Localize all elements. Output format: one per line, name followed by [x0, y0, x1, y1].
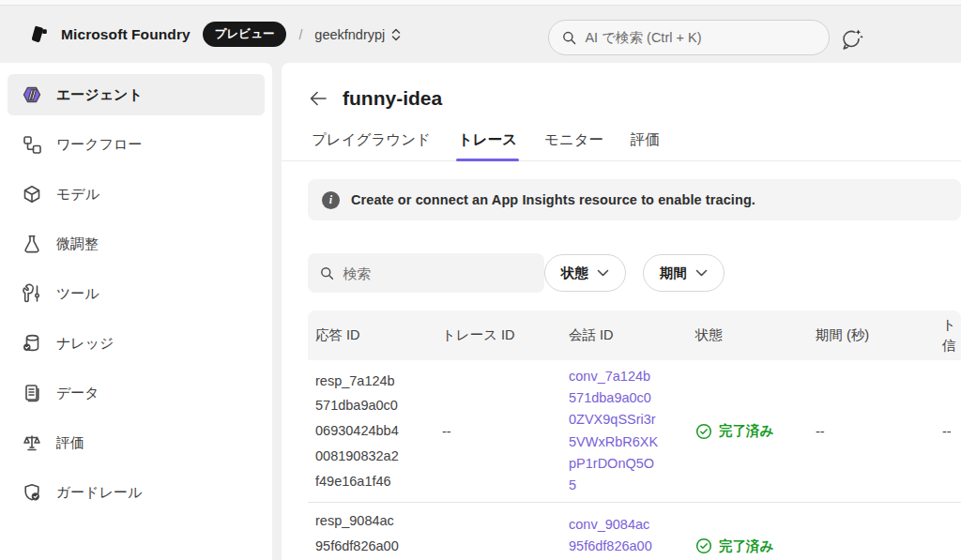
ai-search-box[interactable] [548, 20, 830, 55]
sidebar-item-label: 微調整 [56, 235, 99, 253]
check-circle-icon [695, 423, 712, 440]
cell-extra: -- [935, 424, 961, 439]
breadcrumb-separator: / [298, 27, 302, 42]
tab-bar: プレイグラウンド トレース モニター 評価 [282, 123, 961, 161]
status-label: 完了済み [719, 422, 773, 440]
sidebar-item-workflows[interactable]: ワークフロー [8, 124, 265, 165]
filter-row: 状態 期間 [308, 253, 961, 293]
status-badge: 完了済み [688, 537, 808, 555]
sidebar-item-tools[interactable]: ツール [8, 273, 265, 314]
sidebar-item-knowledge[interactable]: ナレッジ [8, 323, 265, 364]
copilot-chat-icon[interactable] [838, 26, 864, 53]
tab-playground[interactable]: プレイグラウンド [310, 123, 433, 160]
flask-icon [22, 234, 42, 254]
status-label: 完了済み [719, 537, 773, 555]
column-extra-truncated[interactable]: ト 信 [935, 315, 961, 356]
knowledge-database-icon [22, 333, 42, 354]
page-title: funny-idea [343, 87, 442, 110]
check-circle-icon [695, 537, 712, 554]
cell-conversation-id-link[interactable]: conv_9084ac 95f6df826a00 LWUzSSY11I [561, 514, 688, 560]
table-row[interactable]: resp_9084ac 95f6df826a00 698041c878f con… [308, 503, 961, 560]
column-duration[interactable]: 期間 (秒) [808, 326, 935, 344]
sidebar-item-models[interactable]: モデル [8, 174, 265, 215]
tab-traces[interactable]: トレース [456, 123, 519, 160]
search-icon [320, 265, 334, 281]
tools-icon [22, 283, 42, 304]
status-badge: 完了済み [688, 422, 808, 440]
tab-evaluation[interactable]: 評価 [629, 123, 662, 160]
search-icon [562, 30, 576, 46]
guardrail-shield-icon [22, 482, 42, 503]
sidebar-item-finetuning[interactable]: 微調整 [8, 223, 265, 265]
ai-search-input[interactable] [585, 30, 816, 45]
banner-text: Create or connect an App Insights resour… [351, 192, 755, 207]
chevron-down-icon [695, 269, 708, 278]
workflow-icon [22, 134, 42, 155]
cell-response-id: resp_9084ac 95f6df826a00 698041c878f [308, 508, 435, 560]
product-name: Microsoft Foundry [61, 26, 191, 43]
sidebar-item-label: 評価 [56, 434, 84, 452]
table-header-row: 応答 ID トレース ID 会話 ID 状態 期間 (秒) ト 信 [308, 310, 961, 360]
sidebar-item-label: エージェント [56, 86, 143, 104]
foundry-app: Microsoft Foundry プレビュー / geekfndrypj [0, 0, 961, 560]
project-name: geekfndrypj [314, 27, 385, 42]
main-content: funny-idea プレイグラウンド トレース モニター 評価 i Creat… [282, 63, 961, 560]
sidebar-item-evaluation[interactable]: 評価 [8, 422, 265, 463]
column-response-id[interactable]: 応答 ID [308, 326, 435, 344]
chevron-down-icon [597, 269, 609, 278]
body-layout: エージェント ワークフロー [0, 63, 961, 560]
sidebar-item-label: モデル [56, 186, 99, 204]
traces-table: 応答 ID トレース ID 会話 ID 状態 期間 (秒) ト 信 resp_7… [308, 310, 961, 560]
trace-search-box[interactable] [308, 253, 544, 293]
period-filter-button[interactable]: 期間 [643, 254, 725, 292]
sidebar-item-guardrails[interactable]: ガードレール [8, 472, 265, 513]
preview-badge: プレビュー [203, 22, 287, 47]
status-filter-button[interactable]: 状態 [544, 254, 626, 292]
trace-search-input[interactable] [343, 265, 532, 281]
title-row: funny-idea [308, 87, 961, 110]
scales-icon [22, 432, 42, 453]
chevron-updown-icon [390, 27, 402, 42]
info-icon: i [322, 191, 340, 209]
back-arrow-icon[interactable] [308, 88, 328, 109]
cell-duration: -- [808, 424, 935, 439]
app-insights-banner: i Create or connect an App Insights reso… [308, 179, 961, 220]
sidebar-item-label: ワークフロー [56, 136, 142, 154]
sidebar-item-label: ツール [56, 285, 99, 303]
period-filter-label: 期間 [660, 265, 687, 282]
status-filter-label: 状態 [561, 265, 588, 282]
table-row[interactable]: resp_7a124b 571dba9a0c0 06930424bb4 0081… [308, 360, 961, 503]
sidebar-item-label: データ [56, 385, 99, 402]
column-conversation-id[interactable]: 会話 ID [561, 326, 688, 344]
app-header: Microsoft Foundry プレビュー / geekfndrypj [0, 6, 961, 63]
foundry-logo-icon [28, 23, 51, 46]
agent-hexagon-icon [22, 84, 42, 105]
left-nav: エージェント ワークフロー [0, 63, 272, 560]
cell-response-id: resp_7a124b 571dba9a0c0 06930424bb4 0081… [308, 369, 435, 494]
project-switcher[interactable]: geekfndrypj [314, 27, 402, 42]
sidebar-item-label: ガードレール [56, 484, 142, 502]
column-status[interactable]: 状態 [688, 326, 808, 344]
cell-conversation-id-link[interactable]: conv_7a124b 571dba9a0c0 0ZVX9qSSri3r 5VW… [561, 366, 688, 496]
column-trace-id[interactable]: トレース ID [435, 326, 561, 344]
tab-monitor[interactable]: モニター [542, 123, 605, 160]
data-document-icon [22, 383, 42, 403]
sidebar-item-agents[interactable]: エージェント [8, 74, 265, 115]
cell-trace-id: -- [435, 424, 561, 439]
sidebar-item-data[interactable]: データ [8, 372, 265, 414]
model-cube-icon [22, 184, 42, 204]
sidebar-item-label: ナレッジ [56, 335, 114, 353]
